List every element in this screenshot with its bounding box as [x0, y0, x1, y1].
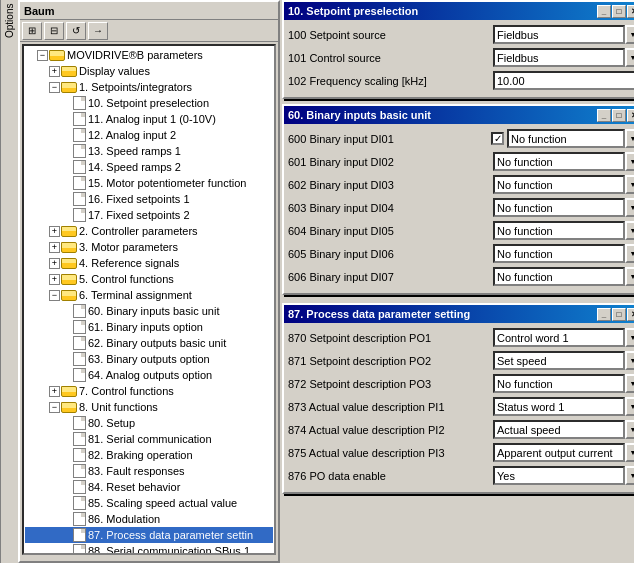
tree-item-braking[interactable]: 82. Braking operation: [25, 447, 273, 463]
tree-item-bin-basic2[interactable]: 62. Binary outputs basic unit: [25, 335, 273, 351]
tree-label-motor: 3. Motor parameters: [79, 241, 178, 253]
expand-controller[interactable]: +: [49, 226, 60, 237]
binary-value-604: No function: [493, 221, 625, 240]
process-arrow-873[interactable]: ▼: [625, 397, 634, 416]
tree-item-setpoints[interactable]: − 1. Setpoints/integrators: [25, 79, 273, 95]
process-arrow-872[interactable]: ▼: [625, 374, 634, 393]
tree-item-sp-ramps2[interactable]: 14. Speed ramps 2: [25, 159, 273, 175]
tree-item-display[interactable]: + Display values: [25, 63, 273, 79]
expand-ctrl-fns[interactable]: +: [49, 386, 60, 397]
process-arrow-870[interactable]: ▼: [625, 328, 634, 347]
tree-label-bin-basic2: 62. Binary outputs basic unit: [88, 337, 226, 349]
toolbar-btn-2[interactable]: ⊟: [44, 22, 64, 40]
doc-icon-sp-ramps2: [73, 160, 86, 174]
tree-item-reference[interactable]: + 4. Reference signals: [25, 255, 273, 271]
tree-item-sp-ramps1[interactable]: 13. Speed ramps 1: [25, 143, 273, 159]
process-arrow-876[interactable]: ▼: [625, 466, 634, 485]
tree-item-bin-basic[interactable]: 60. Binary inputs basic unit: [25, 303, 273, 319]
tree-item-sp-analog2[interactable]: 12. Analog input 2: [25, 127, 273, 143]
binary-arrow-602[interactable]: ▼: [625, 175, 634, 194]
setpoint-maximize-btn[interactable]: □: [612, 5, 626, 18]
process-arrow-875[interactable]: ▼: [625, 443, 634, 462]
tree-label-analog-option: 64. Analog outputs option: [88, 369, 212, 381]
binary-arrow-601[interactable]: ▼: [625, 152, 634, 171]
toolbar-btn-3[interactable]: ↺: [66, 22, 86, 40]
expand-unit-fns[interactable]: −: [49, 402, 60, 413]
setpoint-input-102[interactable]: [493, 71, 634, 90]
tree-item-ctrl-fns[interactable]: + 7. Control functions: [25, 383, 273, 399]
toolbar-btn-1[interactable]: ⊞: [22, 22, 42, 40]
setpoint-combo-101: Fieldbus ▼: [493, 48, 634, 67]
tree-item-sp-preselection[interactable]: 10. Setpoint preselection: [25, 95, 273, 111]
process-maximize-btn[interactable]: □: [612, 308, 626, 321]
expand-movidrive[interactable]: −: [37, 50, 48, 61]
tree-item-sp-analog1[interactable]: 11. Analog input 1 (0-10V): [25, 111, 273, 127]
tree-item-movidrive[interactable]: − MOVIDRIVE®B parameters: [25, 47, 273, 63]
tree-label-terminal: 6. Terminal assignment: [79, 289, 192, 301]
tree-item-fault[interactable]: 83. Fault responses: [25, 463, 273, 479]
expand-setpoints[interactable]: −: [49, 82, 60, 93]
tree-item-control[interactable]: + 5. Control functions: [25, 271, 273, 287]
binary-close-btn[interactable]: ✕: [627, 109, 634, 122]
binary-arrow-603[interactable]: ▼: [625, 198, 634, 217]
expand-control[interactable]: +: [49, 274, 60, 285]
process-minimize-btn[interactable]: _: [597, 308, 611, 321]
toolbar-btn-4[interactable]: →: [88, 22, 108, 40]
binary-maximize-btn[interactable]: □: [612, 109, 626, 122]
expand-terminal[interactable]: −: [49, 290, 60, 301]
tree-item-motor[interactable]: + 3. Motor parameters: [25, 239, 273, 255]
tree-item-bin-option2[interactable]: 63. Binary outputs option: [25, 351, 273, 367]
binary-arrow-606[interactable]: ▼: [625, 267, 634, 286]
tree-item-serial-comm[interactable]: 81. Serial communication: [25, 431, 273, 447]
process-combo-870: Control word 1 ▼: [493, 328, 634, 347]
tree-item-unit-fns[interactable]: − 8. Unit functions: [25, 399, 273, 415]
binary-row-600: 600 Binary input DI01 No function ▼: [288, 128, 634, 149]
expand-display[interactable]: +: [49, 66, 60, 77]
setpoint-arrow-100[interactable]: ▼: [625, 25, 634, 44]
tree-label-setup: 80. Setup: [88, 417, 135, 429]
binary-combo-605: No function ▼: [493, 244, 634, 263]
tree-item-terminal[interactable]: − 6. Terminal assignment: [25, 287, 273, 303]
tree-label-reference: 4. Reference signals: [79, 257, 179, 269]
process-combo-876: Yes ▼: [493, 466, 634, 485]
folder-icon-setpoints: [61, 82, 77, 93]
tree-item-reset[interactable]: 84. Reset behavior: [25, 479, 273, 495]
tree-item-sp-motorpot[interactable]: 15. Motor potentiometer function: [25, 175, 273, 191]
binary-arrow-604[interactable]: ▼: [625, 221, 634, 240]
tree-item-process-data[interactable]: 87. Process data parameter settin: [25, 527, 273, 543]
process-row-876: 876 PO data enable Yes ▼: [288, 465, 634, 486]
binary-label-601: 601 Binary input DI02: [288, 156, 493, 168]
binary-minimize-btn[interactable]: _: [597, 109, 611, 122]
process-arrow-871[interactable]: ▼: [625, 351, 634, 370]
setpoint-row-100: 100 Setpoint source Fieldbus ▼: [288, 24, 634, 45]
tree-item-scaling[interactable]: 85. Scaling speed actual value: [25, 495, 273, 511]
tree-item-serial-sbus1[interactable]: 88. Serial communication SBus 1: [25, 543, 273, 555]
process-close-btn[interactable]: ✕: [627, 308, 634, 321]
process-arrow-874[interactable]: ▼: [625, 420, 634, 439]
tree-label-reset: 84. Reset behavior: [88, 481, 180, 493]
tree-label-serial-comm: 81. Serial communication: [88, 433, 212, 445]
tree-label-braking: 82. Braking operation: [88, 449, 193, 461]
binary-arrow-600[interactable]: ▼: [625, 129, 634, 148]
binary-arrow-605[interactable]: ▼: [625, 244, 634, 263]
tree-item-setup[interactable]: 80. Setup: [25, 415, 273, 431]
tree-item-bin-option[interactable]: 61. Binary inputs option: [25, 319, 273, 335]
tree-item-controller[interactable]: + 2. Controller parameters: [25, 223, 273, 239]
folder-icon-controller: [61, 226, 77, 237]
setpoint-arrow-101[interactable]: ▼: [625, 48, 634, 67]
setpoint-minimize-btn[interactable]: _: [597, 5, 611, 18]
doc-icon-sp-analog2: [73, 128, 86, 142]
expand-motor[interactable]: +: [49, 242, 60, 253]
binary-body: 600 Binary input DI01 No function ▼ 601 …: [284, 124, 634, 293]
tree-label-sp-analog2: 12. Analog input 2: [88, 129, 176, 141]
expand-reference[interactable]: +: [49, 258, 60, 269]
binary-row-602: 602 Binary input DI03 No function ▼: [288, 174, 634, 195]
setpoint-close-btn[interactable]: ✕: [627, 5, 634, 18]
tree-item-sp-fixed2[interactable]: 17. Fixed setpoints 2: [25, 207, 273, 223]
process-row-873: 873 Actual value description PI1 Status …: [288, 396, 634, 417]
tree-item-sp-fixed1[interactable]: 16. Fixed setpoints 1: [25, 191, 273, 207]
tree-item-analog-option[interactable]: 64. Analog outputs option: [25, 367, 273, 383]
binary-checkbox-600[interactable]: [491, 132, 504, 145]
tree-item-modulation[interactable]: 86. Modulation: [25, 511, 273, 527]
baum-titlebar: Baum: [20, 2, 278, 20]
